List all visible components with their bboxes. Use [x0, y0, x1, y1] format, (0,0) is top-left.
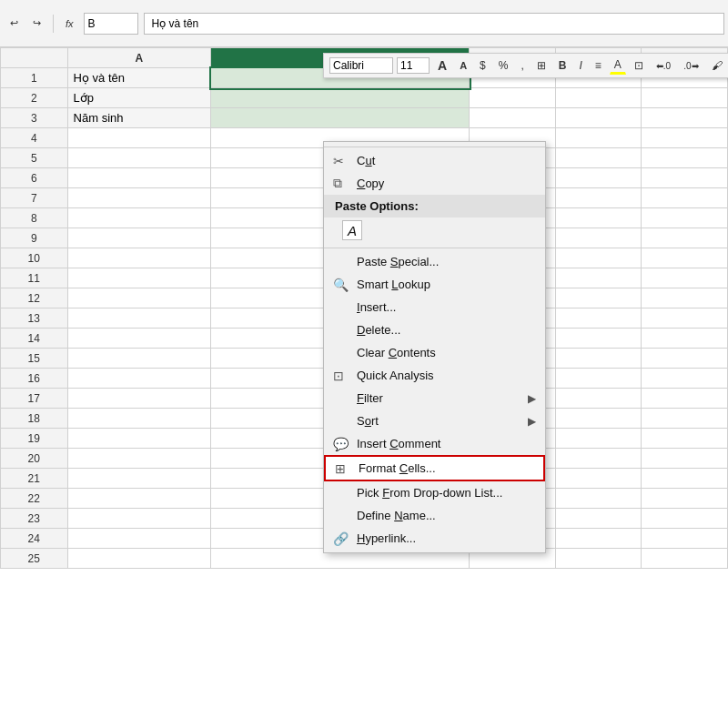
cell-d-25[interactable] [555, 549, 642, 569]
cell-d-22[interactable] [555, 489, 642, 509]
cell-d-7[interactable] [555, 188, 642, 208]
cell-a-16[interactable] [67, 369, 211, 389]
menu-item-pick-dropdown[interactable]: Pick From Drop-down List... [324, 481, 545, 504]
cell-c-2[interactable] [470, 88, 556, 108]
cell-e-10[interactable] [642, 248, 728, 268]
cell-e-14[interactable] [642, 329, 728, 349]
menu-item-define-name[interactable]: Define Name... [324, 504, 545, 527]
cell-a-9[interactable] [67, 228, 211, 248]
cell-d-19[interactable] [555, 429, 642, 449]
cell-d-11[interactable] [555, 268, 642, 288]
menu-item-paste-special[interactable]: Paste Special... [324, 250, 545, 273]
cell-a-18[interactable] [67, 409, 211, 429]
cell-a-6[interactable] [67, 168, 211, 188]
cell-a-21[interactable] [67, 469, 211, 489]
cell-e-3[interactable] [642, 108, 728, 128]
cell-e-11[interactable] [642, 268, 728, 288]
cell-d-23[interactable] [555, 509, 642, 529]
cell-e-9[interactable] [642, 228, 728, 248]
cell-a-4[interactable] [67, 128, 211, 148]
redo-button[interactable]: ↪ [26, 13, 47, 34]
formula-bar[interactable] [144, 13, 724, 35]
cell-d-24[interactable] [555, 529, 642, 549]
menu-item-copy[interactable]: ⧉Copy [324, 172, 545, 195]
comma-button[interactable]: , [516, 57, 528, 74]
cell-d-13[interactable] [555, 308, 642, 329]
cell-d-3[interactable] [555, 108, 642, 128]
cell-d-9[interactable] [555, 228, 642, 248]
cell-d-6[interactable] [555, 168, 642, 188]
dollar-button[interactable]: $ [475, 57, 490, 74]
cell-a-24[interactable] [67, 529, 211, 549]
menu-item-format-cells[interactable]: ⊞Format Cells... [324, 455, 545, 481]
font-size-input[interactable] [397, 57, 430, 74]
cell-d-18[interactable] [555, 409, 642, 429]
cell-a-25[interactable] [67, 549, 211, 569]
cell-e-6[interactable] [642, 168, 728, 188]
menu-item-cut[interactable]: ✂Cut [324, 149, 545, 172]
cell-e-24[interactable] [642, 529, 728, 549]
cell-a-1[interactable]: Họ và tên [67, 68, 211, 88]
format-painter-button[interactable]: 🖌 [707, 57, 727, 74]
grow-font-button[interactable]: A [433, 56, 451, 75]
cell-e-15[interactable] [642, 349, 728, 369]
cell-e-18[interactable] [642, 409, 728, 429]
cell-a-15[interactable] [67, 349, 211, 369]
cell-d-14[interactable] [555, 329, 642, 349]
menu-item-sort[interactable]: Sort▶ [324, 410, 545, 432]
cell-e-22[interactable] [642, 489, 728, 509]
cell-e-4[interactable] [642, 128, 728, 148]
cell-d-4[interactable] [555, 128, 642, 148]
cell-d-8[interactable] [555, 208, 642, 228]
cell-e-21[interactable] [642, 469, 728, 489]
italic-button[interactable]: I [574, 57, 586, 74]
cell-d-20[interactable] [555, 449, 642, 469]
cell-e-2[interactable] [642, 88, 728, 108]
cell-b-3[interactable] [211, 108, 470, 128]
cell-a-22[interactable] [67, 489, 211, 509]
cell-a-2[interactable]: Lớp [67, 88, 211, 108]
cell-e-25[interactable] [642, 549, 728, 569]
table-button[interactable]: ⊞ [532, 57, 551, 74]
font-name-input[interactable] [329, 57, 393, 74]
cell-a-23[interactable] [67, 509, 211, 529]
cell-e-5[interactable] [642, 148, 728, 168]
cell-d-16[interactable] [555, 369, 642, 389]
col-header-a[interactable]: A [67, 48, 211, 68]
menu-item-insert-comment[interactable]: 💬Insert Comment [324, 432, 545, 455]
cell-e-19[interactable] [642, 429, 728, 449]
menu-item-filter[interactable]: Filter▶ [324, 387, 545, 410]
cell-e-13[interactable] [642, 308, 728, 329]
cell-a-12[interactable] [67, 288, 211, 308]
cell-a-3[interactable]: Năm sinh [67, 108, 211, 128]
inc-decimal-button[interactable]: ⬅.0 [652, 59, 675, 73]
undo-button[interactable]: ↩ [4, 13, 25, 34]
menu-item-clear-contents[interactable]: Clear Contents [324, 341, 545, 364]
cell-e-12[interactable] [642, 288, 728, 308]
cell-e-20[interactable] [642, 449, 728, 469]
percent-button[interactable]: % [494, 57, 513, 74]
cell-e-8[interactable] [642, 208, 728, 228]
cell-b-2[interactable] [211, 88, 470, 108]
cell-a-19[interactable] [67, 429, 211, 449]
cell-a-5[interactable] [67, 148, 211, 168]
cell-a-13[interactable] [67, 308, 211, 329]
dec-decimal-button[interactable]: .0➡ [679, 59, 703, 73]
menu-item-hyperlink[interactable]: 🔗Hyperlink... [324, 527, 545, 550]
cell-e-16[interactable] [642, 369, 728, 389]
cell-e-7[interactable] [642, 188, 728, 208]
menu-item-quick-analysis[interactable]: ⊡Quick Analysis [324, 364, 545, 387]
menu-item-smart-lookup[interactable]: 🔍Smart Lookup [324, 273, 545, 296]
cell-d-21[interactable] [555, 469, 642, 489]
cell-a-20[interactable] [67, 449, 211, 469]
cell-c-3[interactable] [470, 108, 556, 128]
cell-e-23[interactable] [642, 509, 728, 529]
cell-a-17[interactable] [67, 389, 211, 409]
cell-d-10[interactable] [555, 248, 642, 268]
cell-d-17[interactable] [555, 389, 642, 409]
highlight-color-button[interactable]: A [610, 56, 626, 75]
menu-item-insert[interactable]: Insert... [324, 296, 545, 318]
cell-e-17[interactable] [642, 389, 728, 409]
cell-d-5[interactable] [555, 148, 642, 168]
cell-a-10[interactable] [67, 248, 211, 268]
